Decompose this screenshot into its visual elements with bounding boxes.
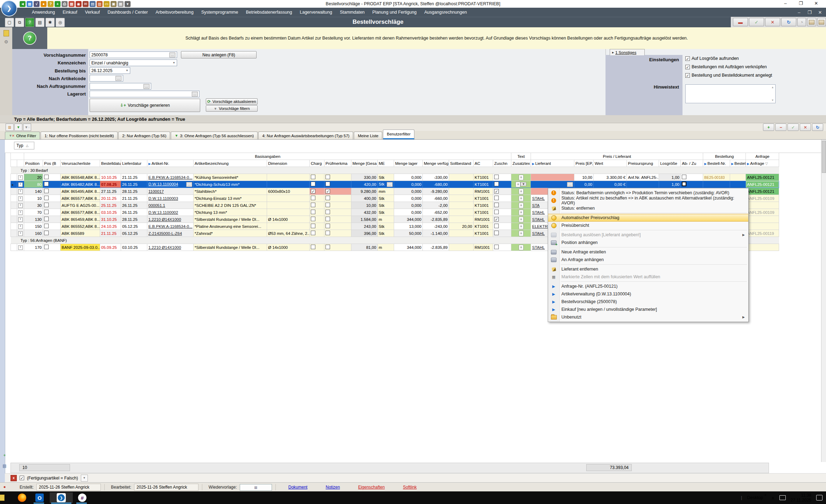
cell-bestellt[interactable]: [730, 181, 746, 188]
cell-anfrage[interactable]: ANFL25-00109: [746, 209, 779, 216]
pruefmerkmal-checkbox[interactable]: [326, 231, 330, 235]
cell-bestelldatum[interactable]: 27.11.25: [100, 188, 121, 195]
cell-verursacherliste[interactable]: ABK 865495;ABK 8...: [61, 188, 100, 195]
column-header-ab-zu[interactable]: Ab- / Zu: [681, 160, 703, 167]
column-header-artikel-nr[interactable]: ▶Artikel-Nr.: [147, 160, 194, 167]
expand-icon[interactable]: +: [18, 210, 23, 215]
menu-arbeitsvorbereitung[interactable]: Arbeitsvorbereitung: [152, 8, 197, 17]
cell-pruefmerkmal[interactable]: [324, 195, 351, 202]
cell-position[interactable]: 140: [24, 188, 43, 195]
cell-me[interactable]: Stk: [378, 174, 394, 181]
charge-checkbox[interactable]: [311, 203, 315, 207]
group-row[interactable]: Typ : 30:Bedarf: [11, 167, 779, 174]
cell-position[interactable]: 70: [24, 209, 43, 216]
cell-anfrage[interactable]: [746, 244, 779, 251]
filter-remove-button[interactable]: x: [10, 475, 17, 481]
cell-artikelbezeichnung[interactable]: *Dichtung-Schutz13 mm*: [194, 181, 267, 188]
row-pointer-cell[interactable]: ▸: [11, 181, 17, 188]
ab-zu-checkbox[interactable]: [682, 175, 686, 179]
taskbar-desktop-toolbar[interactable]: Desktop: [747, 495, 763, 500]
cell-menge-lager[interactable]: 0,000: [394, 209, 423, 216]
context-menu-item-bestellvorschläge-2500078[interactable]: ▶Bestellvorschläge (2500078): [548, 298, 748, 306]
statusbar-link-notizen[interactable]: Notizen: [316, 485, 349, 490]
cell-verursacherliste[interactable]: ABK 865577;ABK 8...: [61, 209, 100, 216]
cell-lieferdatum[interactable]: 28.11.25: [121, 216, 147, 223]
pruefmerkmal-checkbox[interactable]: [326, 210, 330, 214]
cell-ac[interactable]: KT1001: [474, 202, 493, 209]
kennzeichen-select[interactable]: Einzel / unabhängig▼: [90, 59, 177, 66]
cell-pos-bestellt[interactable]: [43, 209, 61, 216]
cell-menge-gesamt[interactable]: 396,00: [351, 230, 378, 237]
grid-vscrollbar[interactable]: [821, 140, 826, 462]
taskbar-pinned-icon[interactable]: [0, 492, 10, 503]
expand-icon[interactable]: +: [18, 203, 23, 208]
cell-charge[interactable]: [310, 216, 324, 223]
statusbar-link-dokument[interactable]: Dokument: [279, 485, 317, 490]
row-expand-cell[interactable]: +: [17, 174, 24, 181]
zusatztext-doc-icon[interactable]: a: [519, 189, 524, 194]
column-header-anfrage[interactable]: ▶Anfrage ▽: [746, 160, 779, 167]
lieferant-link[interactable]: STA: [532, 203, 540, 208]
row-confirm-button[interactable]: ✓: [788, 124, 799, 131]
cell-losgroesse[interactable]: 1,00: [659, 181, 681, 188]
window-restore-button[interactable]: ❐: [793, 0, 808, 7]
cell-artikel-nr[interactable]: 000051.1: [147, 202, 194, 209]
cell-lieferdatum[interactable]: 05.12.25: [121, 230, 147, 237]
cell-me[interactable]: Stk: [378, 195, 394, 202]
cell-charge[interactable]: [310, 174, 324, 181]
neu-anlegen-button[interactable]: Neu anlegen (F8): [181, 51, 257, 58]
bestellung-bis-date[interactable]: 26.12.2025▼: [90, 67, 130, 74]
cell-menge-gesamt[interactable]: 243,00: [351, 223, 378, 230]
cell-ac[interactable]: RM1001: [474, 188, 493, 195]
column-header-charg[interactable]: Charg: [310, 160, 324, 167]
row-expand-cell[interactable]: +: [17, 188, 24, 195]
cell-verursacherliste[interactable]: ABK 865482;ABK 8...: [61, 181, 100, 188]
cell-pruefmerkmal[interactable]: [324, 202, 351, 209]
row-expand-cell[interactable]: +: [17, 216, 24, 223]
expand-icon[interactable]: +: [18, 245, 23, 250]
cell-bestell-nr[interactable]: BE25-00183: [703, 174, 730, 181]
context-menu-item-neue-anfrage-erstellen[interactable]: Neue Anfrage erstellen: [548, 248, 748, 256]
vorschlagsnummer-browse-icon[interactable]: …: [169, 52, 175, 57]
zusatztext-doc-icon[interactable]: a: [516, 182, 520, 187]
cell-verursacherliste[interactable]: ABK 865552;ABK 8...: [61, 223, 100, 230]
charge-checkbox[interactable]: [311, 189, 315, 194]
cell-menge-lager[interactable]: 344,000: [394, 216, 423, 223]
cell-bestelldatum[interactable]: 31.10.25: [100, 216, 121, 223]
cell-me[interactable]: Stk: [378, 202, 394, 209]
ab-zu-checkbox[interactable]: [682, 182, 686, 186]
row-expand-cell[interactable]: +: [17, 202, 24, 209]
cell-preisursprung[interactable]: Anf.Nr. ANFL25-...: [627, 174, 659, 181]
cell-menge-lager[interactable]: 50,000: [394, 230, 423, 237]
cell-anfrage[interactable]: [746, 202, 779, 209]
cell-artikel-nr[interactable]: Z-21435000-L-Z64: [147, 230, 194, 237]
taskbar-prodat-icon[interactable]: ❯: [50, 492, 73, 503]
column-header-c1[interactable]: [17, 160, 24, 167]
cell-anfrage[interactable]: ANFL25-00121: [746, 188, 779, 195]
vorschlagsnummer-input[interactable]: 2500078…: [90, 51, 177, 58]
checkbox-auf-losgröße-aufrunden[interactable]: [685, 56, 690, 61]
column-header-me[interactable]: ME: [378, 160, 394, 167]
row-pointer-cell[interactable]: [11, 209, 17, 216]
cell-zuschnitt[interactable]: [493, 181, 511, 188]
cell-position[interactable]: 170: [24, 244, 43, 251]
cell-artikel-nr[interactable]: E.B.PKW.A-1168534-0...: [147, 223, 194, 230]
cell-artikelbezeichnung[interactable]: *Dichtung-Einsatz 13 mm*: [194, 195, 267, 202]
tray-expand-icon[interactable]: ∧: [771, 495, 775, 500]
cell-menge-lager[interactable]: 0,000: [394, 195, 423, 202]
taskbar-slack-icon[interactable]: #: [74, 492, 90, 503]
lieferant-link[interactable]: STAHL: [532, 231, 545, 236]
filter-tab-4-nur-anfragen-auswärtsbearbeitungen-typ-57[interactable]: 4: Nur Anfragen Auswärtsbearbeitungen (T…: [258, 132, 353, 139]
cell-pruefmerkmal[interactable]: [324, 181, 351, 188]
cell-ac[interactable]: KT1001: [474, 174, 493, 181]
cell-zusatztext[interactable]: a: [511, 195, 531, 202]
cell-lieferdatum[interactable]: 21.11.25: [121, 195, 147, 202]
cell-bestelldatum[interactable]: 07.08.25: [100, 181, 121, 188]
cell-ac[interactable]: RM1001: [474, 216, 493, 223]
row-add-button[interactable]: +: [763, 124, 774, 131]
cell-preisursprung[interactable]: [627, 181, 659, 188]
cell-pos-bestellt[interactable]: [43, 188, 61, 195]
menu-einkauf[interactable]: Einkauf: [59, 8, 81, 17]
cell-charge[interactable]: [310, 188, 324, 195]
cell-ac[interactable]: KT1001: [474, 223, 493, 230]
